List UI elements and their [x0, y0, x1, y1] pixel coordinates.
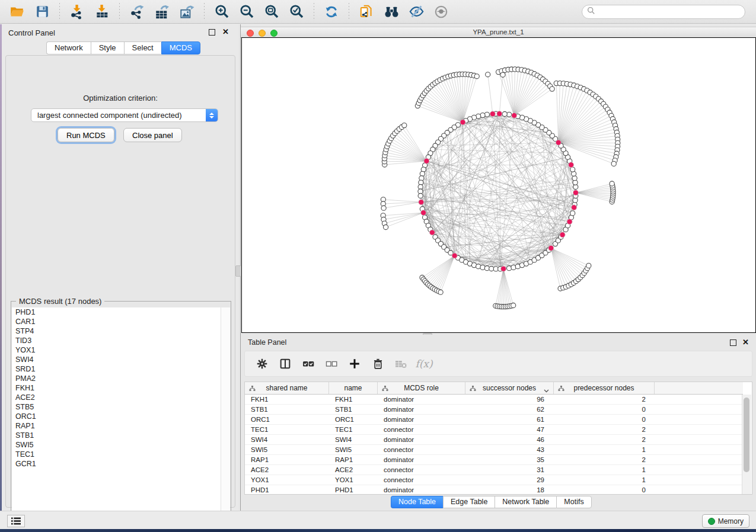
table-cell[interactable]: 0 — [554, 405, 655, 414]
table-row[interactable]: SWI5SWI5connector431 — [245, 445, 743, 455]
table-cell[interactable] — [655, 395, 743, 404]
network-window-titlebar[interactable]: YPA_prune.txt_1 — [241, 27, 756, 38]
table-cell[interactable] — [655, 485, 743, 494]
vertical-splitter-handle[interactable] — [235, 265, 241, 277]
open-folder-icon[interactable] — [8, 3, 26, 21]
table-cell[interactable]: 1 — [554, 465, 655, 475]
column-header-mcds-role[interactable]: MCDS role — [378, 382, 465, 394]
export-network-icon[interactable] — [128, 3, 146, 21]
show-all-icon[interactable] — [432, 3, 450, 21]
mcds-result-item[interactable]: TID3 — [12, 336, 221, 345]
table-row[interactable]: STB1STB1dominator620 — [245, 405, 743, 415]
table-cell[interactable]: YOX1 — [329, 475, 378, 485]
mcds-result-item[interactable]: STP4 — [12, 326, 221, 336]
column-header-name[interactable]: name — [329, 382, 378, 394]
table-cell[interactable]: 31 — [465, 465, 554, 475]
search-input[interactable] — [595, 6, 745, 18]
table-cell[interactable]: 1 — [554, 445, 655, 454]
table-cell[interactable]: dominator — [378, 395, 465, 404]
tab-network-table[interactable]: Network Table — [495, 496, 556, 508]
table-cell[interactable] — [655, 475, 743, 485]
table-row[interactable]: SWI4SWI4dominator462 — [245, 435, 743, 445]
table-cell[interactable]: ORC1 — [245, 415, 329, 424]
mcds-result-item[interactable]: YOX1 — [12, 345, 221, 355]
mcds-result-item[interactable]: SRD1 — [12, 364, 221, 374]
run-mcds-button[interactable]: Run MCDS — [58, 128, 114, 142]
export-table-icon[interactable] — [153, 3, 171, 21]
close-table-panel-icon[interactable]: ✕ — [742, 338, 749, 347]
table-cell[interactable]: ACE2 — [329, 465, 378, 475]
tab-select[interactable]: Select — [124, 41, 161, 55]
table-settings-gear-icon[interactable] — [254, 356, 270, 371]
binoculars-icon[interactable] — [382, 3, 400, 21]
mcds-result-item[interactable]: STB5 — [12, 402, 221, 412]
table-cell[interactable]: dominator — [378, 405, 465, 414]
table-cell[interactable]: dominator — [378, 435, 465, 444]
mcds-result-item[interactable]: TEC1 — [12, 450, 221, 459]
table-cell[interactable]: 62 — [465, 405, 554, 414]
zoom-selected-icon[interactable] — [288, 3, 305, 21]
table-cell[interactable]: 35 — [465, 455, 554, 464]
zoom-out-icon[interactable] — [238, 3, 256, 21]
table-scrollbar[interactable] — [742, 395, 751, 494]
tab-mcds[interactable]: MCDS — [161, 41, 200, 55]
table-cell[interactable]: 2 — [554, 395, 655, 404]
zoom-in-icon[interactable] — [213, 3, 231, 21]
table-cell[interactable]: 2 — [554, 425, 655, 434]
table-cell[interactable]: dominator — [378, 415, 465, 424]
table-cell[interactable]: 2 — [554, 435, 655, 444]
network-canvas[interactable] — [241, 37, 756, 333]
table-cell[interactable]: ORC1 — [329, 415, 378, 424]
table-cell[interactable]: SWI5 — [245, 445, 329, 454]
table-cell[interactable] — [655, 435, 743, 444]
network-graph[interactable] — [242, 38, 754, 331]
float-panel-icon[interactable] — [209, 29, 215, 36]
table-cell[interactable] — [655, 465, 743, 475]
table-cell[interactable] — [655, 415, 743, 424]
task-history-button[interactable] — [7, 515, 25, 527]
table-cell[interactable] — [655, 425, 743, 434]
mcds-result-item[interactable]: CAR1 — [12, 317, 221, 326]
mcds-result-item[interactable]: SWI5 — [12, 440, 221, 450]
table-cell[interactable]: TEC1 — [245, 425, 329, 434]
table-cell[interactable]: connector — [378, 425, 465, 434]
memory-button[interactable]: Memory — [702, 514, 749, 528]
table-row[interactable]: RAP1RAP1dominator352 — [245, 455, 743, 465]
table-cell[interactable] — [655, 455, 743, 464]
mcds-result-item[interactable]: STB1 — [12, 431, 221, 440]
table-cell[interactable]: dominator — [378, 455, 465, 464]
tab-edge-table[interactable]: Edge Table — [443, 496, 495, 508]
table-row[interactable]: PHD1PHD1dominator180 — [245, 485, 743, 494]
table-scrollbar-thumb[interactable] — [744, 398, 749, 472]
deselect-all-icon[interactable] — [324, 356, 339, 371]
table-cell[interactable]: SWI4 — [245, 435, 329, 444]
table-cell[interactable]: 61 — [465, 415, 554, 424]
mcds-result-item[interactable]: PMA2 — [12, 374, 221, 383]
table-cell[interactable]: 0 — [554, 485, 655, 494]
save-icon[interactable] — [33, 3, 51, 21]
search-box[interactable] — [582, 5, 745, 19]
table-cell[interactable]: connector — [378, 445, 465, 454]
table-cell[interactable]: SWI4 — [329, 435, 378, 444]
table-cell[interactable]: 1 — [554, 475, 655, 485]
table-cell[interactable]: 0 — [554, 415, 655, 424]
table-cell[interactable]: ACE2 — [245, 465, 329, 475]
mcds-result-item[interactable]: ORC1 — [12, 412, 221, 421]
table-cell[interactable]: PHD1 — [245, 485, 329, 494]
table-cell[interactable]: 2 — [554, 455, 655, 464]
table-cell[interactable] — [655, 405, 743, 414]
optimization-criterion-select[interactable]: largest connected component (undirected) — [31, 108, 218, 122]
column-header-predecessor-nodes[interactable]: predecessor nodes — [554, 382, 655, 394]
import-table-icon[interactable] — [93, 3, 111, 21]
table-cell[interactable]: STB1 — [245, 405, 329, 414]
table-cell[interactable] — [655, 445, 743, 454]
mcds-result-item[interactable]: PHD1 — [12, 307, 221, 317]
clone-network-icon[interactable] — [358, 3, 375, 21]
table-cell[interactable]: STB1 — [329, 405, 378, 414]
import-network-icon[interactable] — [68, 3, 86, 21]
table-cell[interactable]: SWI5 — [329, 445, 378, 454]
show-column-icon[interactable] — [277, 356, 293, 371]
table-cell[interactable]: 47 — [465, 425, 554, 434]
table-cell[interactable]: connector — [378, 475, 465, 485]
mcds-result-item[interactable]: FKH1 — [12, 383, 221, 393]
